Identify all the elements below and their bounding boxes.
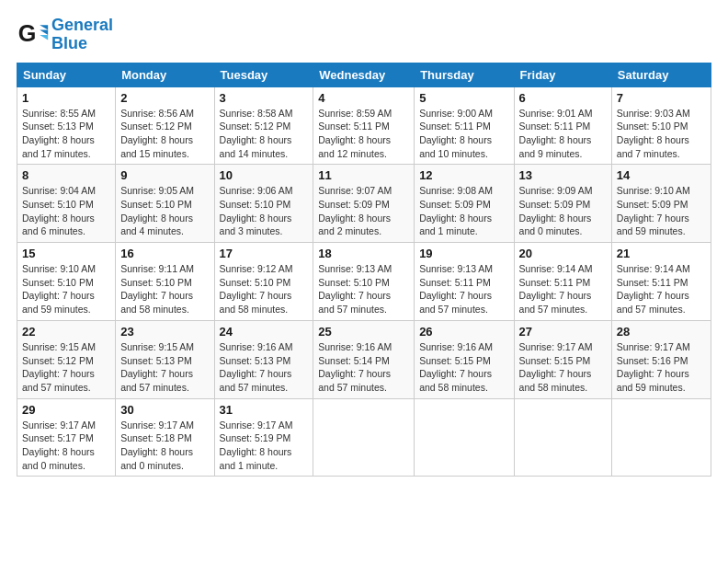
day-info: Sunrise: 8:55 AM Sunset: 5:13 PM Dayligh…	[22, 107, 110, 161]
svg-text:G: G	[18, 20, 37, 46]
day-number: 30	[120, 403, 209, 417]
table-row	[611, 398, 711, 477]
day-number: 13	[519, 168, 607, 182]
day-number: 1	[22, 91, 110, 105]
logo-text: General Blue	[51, 17, 113, 53]
table-row: 17Sunrise: 9:12 AM Sunset: 5:10 PM Dayli…	[214, 243, 313, 321]
day-info: Sunrise: 8:58 AM Sunset: 5:12 PM Dayligh…	[220, 107, 309, 161]
table-row: 30Sunrise: 9:17 AM Sunset: 5:18 PM Dayli…	[116, 398, 214, 477]
table-row	[514, 398, 611, 477]
col-tuesday: Tuesday	[214, 63, 313, 86]
logo-blue: Blue	[51, 34, 87, 52]
day-number: 25	[318, 325, 409, 339]
day-info: Sunrise: 9:10 AM Sunset: 5:10 PM Dayligh…	[22, 262, 110, 316]
page: G General Blue Sunday Monday Tuesday	[0, 0, 728, 563]
table-row: 21Sunrise: 9:14 AM Sunset: 5:11 PM Dayli…	[611, 243, 711, 321]
table-row	[313, 398, 415, 477]
calendar-week-row: 1Sunrise: 8:55 AM Sunset: 5:13 PM Daylig…	[17, 86, 711, 165]
calendar-week-row: 8Sunrise: 9:04 AM Sunset: 5:10 PM Daylig…	[17, 165, 711, 243]
day-info: Sunrise: 9:15 AM Sunset: 5:12 PM Dayligh…	[22, 340, 110, 395]
day-info: Sunrise: 9:14 AM Sunset: 5:11 PM Dayligh…	[617, 262, 706, 316]
col-monday: Monday	[116, 63, 214, 86]
day-info: Sunrise: 8:59 AM Sunset: 5:11 PM Dayligh…	[318, 107, 409, 161]
day-number: 2	[120, 91, 209, 105]
day-number: 12	[419, 168, 508, 182]
table-row: 2Sunrise: 8:56 AM Sunset: 5:12 PM Daylig…	[116, 86, 214, 165]
day-number: 5	[419, 91, 508, 105]
day-number: 23	[120, 325, 209, 339]
logo-general: General	[51, 16, 113, 34]
day-number: 4	[318, 91, 409, 105]
day-number: 18	[318, 247, 409, 260]
day-info: Sunrise: 9:06 AM Sunset: 5:10 PM Dayligh…	[220, 184, 309, 238]
table-row: 31Sunrise: 9:17 AM Sunset: 5:19 PM Dayli…	[214, 398, 313, 477]
table-row: 11Sunrise: 9:07 AM Sunset: 5:09 PM Dayli…	[313, 165, 415, 243]
table-row: 13Sunrise: 9:09 AM Sunset: 5:09 PM Dayli…	[514, 165, 611, 243]
day-number: 14	[617, 168, 706, 182]
col-friday: Friday	[514, 63, 611, 86]
day-number: 28	[617, 325, 706, 339]
table-row: 23Sunrise: 9:15 AM Sunset: 5:13 PM Dayli…	[116, 320, 214, 398]
day-number: 20	[519, 247, 607, 260]
day-number: 27	[519, 325, 607, 339]
day-info: Sunrise: 9:16 AM Sunset: 5:15 PM Dayligh…	[419, 340, 508, 395]
table-row: 1Sunrise: 8:55 AM Sunset: 5:13 PM Daylig…	[17, 86, 116, 165]
day-info: Sunrise: 9:03 AM Sunset: 5:10 PM Dayligh…	[617, 107, 706, 161]
day-number: 8	[22, 168, 110, 182]
table-row: 29Sunrise: 9:17 AM Sunset: 5:17 PM Dayli…	[17, 398, 116, 477]
day-info: Sunrise: 9:17 AM Sunset: 5:19 PM Dayligh…	[220, 419, 309, 473]
day-number: 15	[22, 247, 110, 260]
day-info: Sunrise: 9:17 AM Sunset: 5:17 PM Dayligh…	[22, 419, 110, 473]
table-row: 4Sunrise: 8:59 AM Sunset: 5:11 PM Daylig…	[313, 86, 415, 165]
day-info: Sunrise: 9:10 AM Sunset: 5:09 PM Dayligh…	[617, 184, 706, 238]
table-row: 12Sunrise: 9:08 AM Sunset: 5:09 PM Dayli…	[415, 165, 514, 243]
table-row: 7Sunrise: 9:03 AM Sunset: 5:10 PM Daylig…	[611, 86, 711, 165]
day-info: Sunrise: 9:07 AM Sunset: 5:09 PM Dayligh…	[318, 184, 409, 238]
header: G General Blue	[17, 17, 711, 53]
col-wednesday: Wednesday	[313, 63, 415, 86]
day-info: Sunrise: 9:00 AM Sunset: 5:11 PM Dayligh…	[419, 107, 508, 161]
table-row: 27Sunrise: 9:17 AM Sunset: 5:15 PM Dayli…	[514, 320, 611, 398]
day-info: Sunrise: 9:16 AM Sunset: 5:14 PM Dayligh…	[318, 340, 409, 395]
calendar-week-row: 22Sunrise: 9:15 AM Sunset: 5:12 PM Dayli…	[17, 320, 711, 398]
day-number: 17	[220, 247, 309, 260]
calendar-header-row: Sunday Monday Tuesday Wednesday Thursday…	[17, 63, 711, 86]
day-info: Sunrise: 9:12 AM Sunset: 5:10 PM Dayligh…	[220, 262, 309, 316]
table-row: 24Sunrise: 9:16 AM Sunset: 5:13 PM Dayli…	[214, 320, 313, 398]
logo-icon: G	[17, 18, 50, 52]
day-number: 19	[419, 247, 508, 260]
day-number: 9	[120, 168, 209, 182]
day-number: 29	[22, 403, 110, 417]
table-row: 6Sunrise: 9:01 AM Sunset: 5:11 PM Daylig…	[514, 86, 611, 165]
day-number: 22	[22, 325, 110, 339]
day-info: Sunrise: 9:09 AM Sunset: 5:09 PM Dayligh…	[519, 184, 607, 238]
day-info: Sunrise: 9:17 AM Sunset: 5:15 PM Dayligh…	[519, 340, 607, 395]
svg-marker-3	[40, 35, 48, 40]
table-row: 10Sunrise: 9:06 AM Sunset: 5:10 PM Dayli…	[214, 165, 313, 243]
svg-marker-1	[40, 25, 48, 29]
table-row: 18Sunrise: 9:13 AM Sunset: 5:10 PM Dayli…	[313, 243, 415, 321]
day-info: Sunrise: 9:01 AM Sunset: 5:11 PM Dayligh…	[519, 107, 607, 161]
day-info: Sunrise: 9:05 AM Sunset: 5:10 PM Dayligh…	[120, 184, 209, 238]
table-row	[415, 398, 514, 477]
day-info: Sunrise: 9:14 AM Sunset: 5:11 PM Dayligh…	[519, 262, 607, 316]
logo: G General Blue	[17, 17, 113, 53]
calendar-week-row: 29Sunrise: 9:17 AM Sunset: 5:17 PM Dayli…	[17, 398, 711, 477]
day-number: 31	[220, 403, 309, 417]
day-number: 24	[220, 325, 309, 339]
col-saturday: Saturday	[611, 63, 711, 86]
day-info: Sunrise: 9:15 AM Sunset: 5:13 PM Dayligh…	[120, 340, 209, 395]
table-row: 19Sunrise: 9:13 AM Sunset: 5:11 PM Dayli…	[415, 243, 514, 321]
table-row: 9Sunrise: 9:05 AM Sunset: 5:10 PM Daylig…	[116, 165, 214, 243]
table-row: 16Sunrise: 9:11 AM Sunset: 5:10 PM Dayli…	[116, 243, 214, 321]
calendar-table: Sunday Monday Tuesday Wednesday Thursday…	[17, 63, 711, 477]
day-number: 7	[617, 91, 706, 105]
day-info: Sunrise: 9:11 AM Sunset: 5:10 PM Dayligh…	[120, 262, 209, 316]
day-number: 3	[220, 91, 309, 105]
table-row: 22Sunrise: 9:15 AM Sunset: 5:12 PM Dayli…	[17, 320, 116, 398]
day-number: 11	[318, 168, 409, 182]
table-row: 3Sunrise: 8:58 AM Sunset: 5:12 PM Daylig…	[214, 86, 313, 165]
table-row: 5Sunrise: 9:00 AM Sunset: 5:11 PM Daylig…	[415, 86, 514, 165]
svg-marker-2	[40, 29, 48, 34]
day-info: Sunrise: 9:08 AM Sunset: 5:09 PM Dayligh…	[419, 184, 508, 238]
